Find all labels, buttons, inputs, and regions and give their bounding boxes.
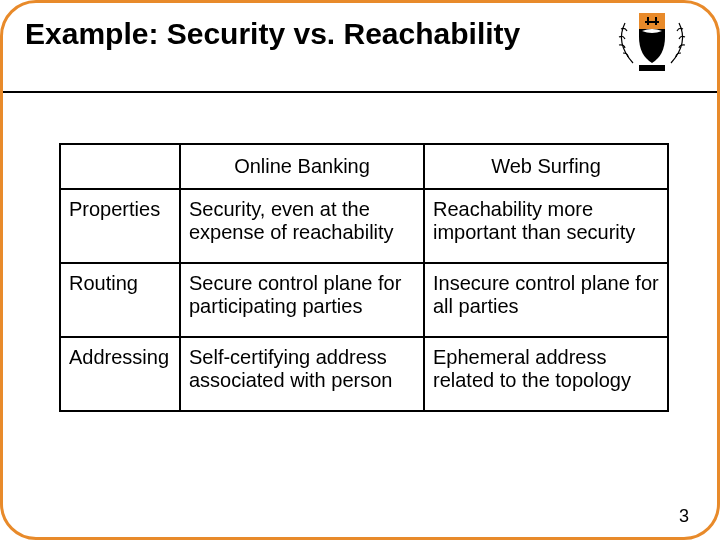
title-row: Example: Security vs. Reachability [3, 3, 717, 57]
cell-banking: Self-certifying address associated with … [180, 337, 424, 411]
cell-banking: Security, even at the expense of reachab… [180, 189, 424, 263]
slide-title: Example: Security vs. Reachability [25, 17, 695, 51]
slide-frame: Example: Security vs. Reachability [0, 0, 720, 540]
cell-banking: Secure control plane for participating p… [180, 263, 424, 337]
cell-surfing: Insecure control plane for all parties [424, 263, 668, 337]
shield-icon [639, 13, 665, 63]
row-label: Addressing [60, 337, 180, 411]
banner-icon [639, 65, 665, 71]
table-row: Properties Security, even at the expense… [60, 189, 668, 263]
row-label: Properties [60, 189, 180, 263]
cell-surfing: Ephemeral address related to the topolog… [424, 337, 668, 411]
table-row: Routing Secure control plane for partici… [60, 263, 668, 337]
slide-number: 3 [679, 506, 689, 527]
header-banking: Online Banking [180, 144, 424, 189]
princeton-logo [609, 9, 699, 73]
title-divider [3, 91, 717, 93]
svg-rect-2 [645, 21, 659, 23]
comparison-table: Online Banking Web Surfing Properties Se… [59, 143, 669, 412]
table-row: Addressing Self-certifying address assoc… [60, 337, 668, 411]
header-surfing: Web Surfing [424, 144, 668, 189]
content-area: Online Banking Web Surfing Properties Se… [59, 143, 661, 412]
header-blank [60, 144, 180, 189]
cell-surfing: Reachability more important than securit… [424, 189, 668, 263]
table-header-row: Online Banking Web Surfing [60, 144, 668, 189]
row-label: Routing [60, 263, 180, 337]
